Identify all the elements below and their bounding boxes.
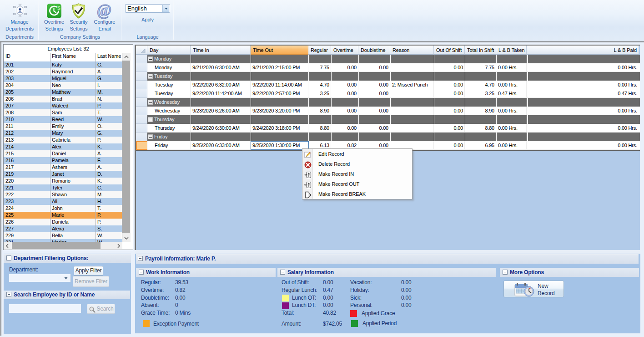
svg-text:$: $	[57, 5, 60, 11]
svg-text:@: @	[97, 3, 112, 19]
